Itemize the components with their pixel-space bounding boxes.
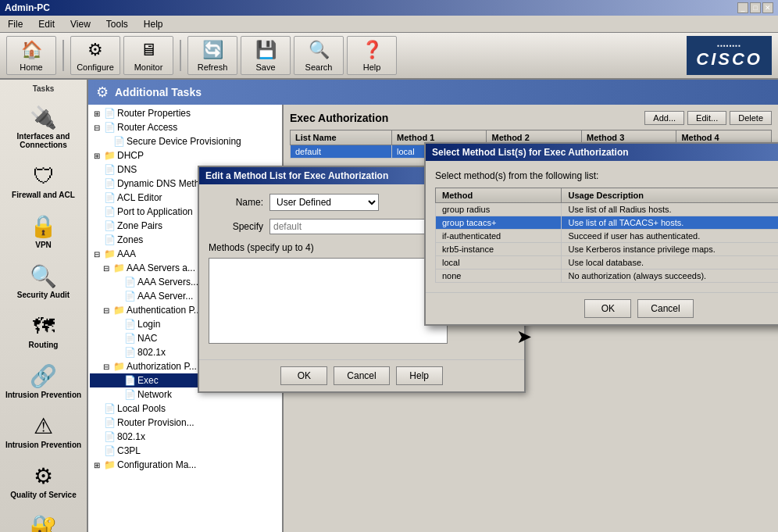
tree-expand-authz: ⊟ bbox=[101, 362, 112, 371]
intrusion-icon: ⚠ bbox=[34, 413, 53, 439]
tree-secure-device[interactable]: 📄 Secure Device Provisioning bbox=[90, 134, 280, 148]
edit-dialog-name-select[interactable]: User Defined bbox=[269, 194, 379, 211]
sidebar-item-vpn[interactable]: 🔒 VPN bbox=[2, 209, 85, 253]
tree-router-access[interactable]: ⊟ 📄 Router Access bbox=[90, 120, 280, 134]
col-list-name: List Name bbox=[291, 130, 392, 145]
edit-dialog-help[interactable]: Help bbox=[396, 366, 443, 385]
tree-local-pools[interactable]: 📄 Local Pools bbox=[90, 402, 280, 416]
tree-expand-ddns bbox=[91, 180, 102, 188]
title-bar-controls: _ □ ✕ bbox=[737, 2, 773, 13]
cell-method3 bbox=[581, 145, 676, 159]
edit-dialog-specify-row: Specify bbox=[209, 219, 515, 234]
content-header-icon: ⚙ bbox=[96, 84, 109, 101]
col-method1: Method 1 bbox=[392, 130, 487, 145]
methods-add-button[interactable]: Add bbox=[452, 258, 515, 272]
tree-expand-dns bbox=[91, 166, 102, 174]
sidebar-item-security-audit[interactable]: 🔍 Security Audit bbox=[2, 259, 85, 303]
edit-dialog-methods-area-row: Add Delete Move Up Move Down bbox=[209, 258, 515, 350]
panel-buttons: Add... Edit... Delete bbox=[644, 111, 772, 125]
monitor-button[interactable]: 🖥 Monitor bbox=[123, 36, 173, 75]
refresh-label: Refresh bbox=[198, 62, 228, 72]
tree-expand-router-props: ⊞ bbox=[91, 109, 102, 118]
menu-view[interactable]: View bbox=[66, 17, 95, 31]
cisco-text: CISCO bbox=[696, 49, 762, 70]
tree-expand-nac bbox=[112, 334, 123, 343]
tree-config-ma[interactable]: ⊞ 📁 Configuration Ma... bbox=[90, 458, 280, 472]
edit-dialog-ok[interactable]: OK bbox=[280, 366, 327, 385]
edit-dialog-name-label: Name: bbox=[209, 197, 263, 208]
edit-dialog-content: Name: User Defined Specify Methods (spec… bbox=[199, 184, 524, 359]
sidebar-item-qos[interactable]: ⚙ Quality of Service bbox=[2, 459, 85, 503]
tree-router-properties[interactable]: ⊞ 📄 Router Properties bbox=[90, 106, 280, 120]
refresh-icon: 🔄 bbox=[202, 40, 223, 60]
tree-expand-aaa-servers-a: ⊟ bbox=[101, 264, 112, 273]
qos-label: Quality of Service bbox=[10, 491, 76, 499]
title-bar-title: Admin-PC bbox=[5, 2, 50, 13]
sidebar-title: Tasks bbox=[31, 83, 56, 95]
help-button[interactable]: ❓ Help bbox=[347, 36, 397, 75]
menu-help[interactable]: Help bbox=[139, 17, 168, 31]
edit-dialog-specify-input[interactable] bbox=[269, 219, 426, 234]
methods-move-down-button[interactable]: Move Down bbox=[452, 309, 515, 323]
delete-button[interactable]: Delete bbox=[730, 111, 772, 125]
save-label: Save bbox=[255, 62, 275, 72]
minimize-button[interactable]: _ bbox=[737, 2, 748, 13]
sidebar-item-nac[interactable]: 🔐 NAC bbox=[2, 509, 85, 532]
edit-dialog-footer: OK Cancel Help bbox=[199, 359, 524, 391]
menu-bar: File Edit View Tools Help bbox=[0, 16, 778, 33]
sidebar-item-intrusion[interactable]: ⚠ Intrusion Prevention bbox=[2, 409, 85, 453]
tree-dhcp[interactable]: ⊞ 📁 DHCP bbox=[90, 148, 280, 162]
sidebar-item-routing[interactable]: 🗺 Routing bbox=[2, 309, 85, 353]
tree-expand-auth: ⊟ bbox=[101, 306, 112, 315]
close-button[interactable]: ✕ bbox=[762, 2, 773, 13]
tree-expand-zones bbox=[91, 236, 102, 245]
cisco-dots: ▪▪▪▪▪▪▪▪ bbox=[717, 42, 741, 49]
tree-router-prov[interactable]: 📄 Router Provision... bbox=[90, 416, 280, 430]
nac-icon: 🔐 bbox=[30, 513, 57, 532]
edit-method-dialog[interactable]: Edit a Method List for Exec Authorizatio… bbox=[198, 166, 526, 393]
interfaces-icon: 🔌 bbox=[30, 105, 57, 130]
methods-move-up-button[interactable]: Move Up bbox=[452, 292, 515, 306]
tree-expand-c3pl bbox=[91, 447, 102, 455]
nat-label: Intrusion Prevention bbox=[5, 391, 81, 399]
tree-expand-8021x-2 bbox=[91, 433, 102, 441]
tree-expand-network bbox=[112, 391, 123, 399]
tree-c3pl[interactable]: 📄 C3PL bbox=[90, 444, 280, 458]
firewall-label: Firewall and ACL bbox=[12, 191, 75, 199]
methods-delete-button[interactable]: Delete bbox=[452, 275, 515, 289]
tree-expand-zone-pairs bbox=[91, 222, 102, 230]
edit-dialog-cancel[interactable]: Cancel bbox=[334, 366, 389, 385]
edit-dialog-close[interactable]: ✕ bbox=[505, 170, 518, 181]
home-button[interactable]: 🏠 Home bbox=[6, 36, 56, 75]
col-method4: Method 4 bbox=[676, 130, 772, 145]
toolbar-separator-2 bbox=[180, 40, 181, 71]
edit-dialog-methods-area[interactable] bbox=[209, 258, 448, 344]
edit-button[interactable]: Edit... bbox=[687, 111, 726, 125]
toolbar: 🏠 Home ⚙ Configure 🖥 Monitor 🔄 Refresh 💾… bbox=[0, 33, 778, 80]
home-icon: 🏠 bbox=[21, 40, 42, 60]
sidebar-item-firewall[interactable]: 🛡 Firewall and ACL bbox=[2, 159, 85, 203]
configure-button[interactable]: ⚙ Configure bbox=[70, 36, 120, 75]
search-button[interactable]: 🔍 Search bbox=[294, 36, 344, 75]
col-method3: Method 3 bbox=[581, 130, 676, 145]
tree-expand-aaa-s3 bbox=[112, 292, 123, 301]
menu-file[interactable]: File bbox=[3, 17, 27, 31]
routing-label: Routing bbox=[29, 341, 59, 349]
interfaces-label: Interfaces and Connections bbox=[4, 132, 83, 149]
tree-expand-aaa-s2 bbox=[112, 278, 123, 287]
sidebar-item-interfaces[interactable]: 🔌 Interfaces and Connections bbox=[2, 101, 85, 153]
menu-edit[interactable]: Edit bbox=[34, 17, 59, 31]
monitor-label: Monitor bbox=[134, 62, 163, 72]
security-audit-label: Security Audit bbox=[17, 291, 70, 299]
nat-icon: 🔗 bbox=[30, 363, 57, 389]
refresh-button[interactable]: 🔄 Refresh bbox=[187, 36, 237, 75]
firewall-icon: 🛡 bbox=[33, 163, 55, 189]
sidebar-item-nat[interactable]: 🔗 Intrusion Prevention bbox=[2, 359, 85, 403]
menu-tools[interactable]: Tools bbox=[102, 17, 133, 31]
maximize-button[interactable]: □ bbox=[750, 2, 761, 13]
add-button[interactable]: Add... bbox=[644, 111, 684, 125]
save-button[interactable]: 💾 Save bbox=[241, 36, 291, 75]
tree-8021x-2[interactable]: 📄 802.1x bbox=[90, 430, 280, 444]
tree-expand-login bbox=[112, 320, 123, 329]
table-row[interactable]: default local bbox=[291, 145, 772, 159]
